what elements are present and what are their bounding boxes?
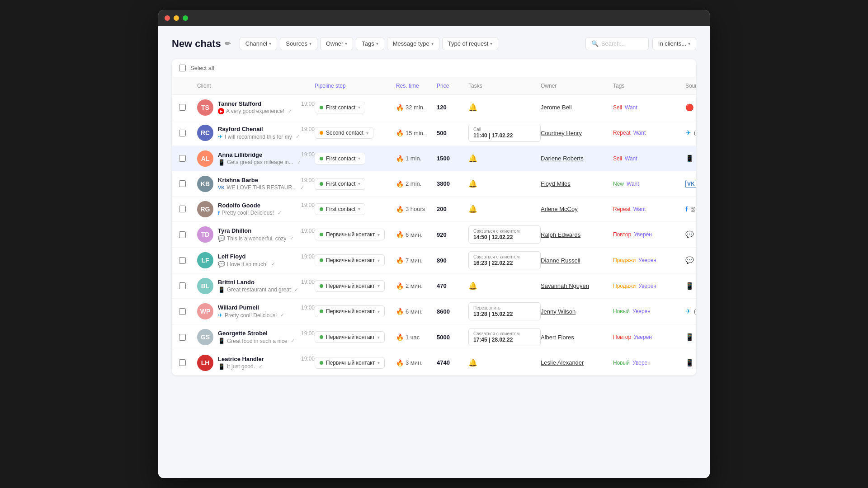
tag-label[interactable]: Повтор: [613, 231, 631, 238]
source-cell: f @ClayPerryM: [685, 205, 696, 213]
tag-label[interactable]: Новый: [613, 308, 630, 314]
client-info: Rayford Chenail 19:00 ✈ I will recommend…: [218, 126, 315, 140]
row-checkbox[interactable]: [179, 130, 186, 136]
tag-label[interactable]: New: [613, 181, 624, 187]
tag-label[interactable]: Want: [627, 181, 639, 187]
row-checkbox[interactable]: [179, 104, 186, 111]
pipeline-button[interactable]: First contact ▾: [315, 203, 365, 215]
task-button[interactable]: Связаться с клиентом 14:50 | 12.02.22: [468, 225, 541, 244]
read-checkmark: ✓: [271, 261, 275, 267]
search-box[interactable]: 🔍 Search...: [585, 37, 649, 50]
avatar: WP: [197, 303, 213, 319]
source-label: @ClayPerryM: [690, 206, 696, 212]
tag-label[interactable]: Уверен: [632, 308, 651, 314]
row-checkbox-cell: [179, 206, 197, 212]
task-button[interactable]: Перезвонить 13:28 | 15.02.22: [468, 302, 541, 320]
pipeline-button[interactable]: Первичный контакт ▾: [315, 331, 385, 343]
filter-channel[interactable]: Channel ▾: [240, 37, 277, 50]
tag-label[interactable]: Повтор: [613, 334, 631, 340]
pipeline-button[interactable]: First contact ▾: [315, 153, 365, 164]
filter-sources[interactable]: Sources ▾: [280, 37, 317, 50]
task-button[interactable]: Связаться с клиентом 17:45 | 28.02.22: [468, 328, 541, 346]
tag-label[interactable]: Уверен: [638, 257, 656, 263]
row-checkbox[interactable]: [179, 359, 186, 366]
table-row: LF Leif Floyd 19:00 💬 I love it so much!…: [172, 248, 696, 273]
tag-label[interactable]: Want: [625, 155, 637, 162]
filter-request-type[interactable]: Type of request ▾: [442, 37, 499, 50]
pipeline-button[interactable]: First contact ▾: [315, 178, 365, 190]
close-dot[interactable]: [165, 15, 170, 21]
content-area: New chats ✏ Channel ▾ Sources ▾ Owner ▾ …: [158, 26, 710, 478]
tag-label[interactable]: Repeat: [613, 206, 631, 212]
expand-dot[interactable]: [183, 15, 188, 21]
task-button[interactable]: Call 11:40 | 17.02.22: [468, 124, 541, 142]
tag-label[interactable]: Уверен: [638, 283, 656, 289]
bell-icon[interactable]: 🔔: [468, 155, 477, 162]
tag-label[interactable]: Уверен: [634, 334, 652, 340]
filter-tags[interactable]: Tags ▾: [356, 37, 384, 50]
pipeline-status-dot: [320, 106, 323, 109]
scope-button[interactable]: In clients... ▾: [652, 37, 696, 50]
tag-label[interactable]: Уверен: [634, 231, 652, 238]
client-info: Anna Lillibridge 19:00 📱 Gets great gas …: [218, 151, 315, 166]
pipeline-button[interactable]: Первичный контакт ▾: [315, 280, 385, 292]
row-checkbox[interactable]: [179, 334, 186, 341]
task-time: 13:28 | 15.02.22: [473, 311, 513, 317]
owner-cell[interactable]: Albert Flores: [541, 334, 613, 341]
tag-label[interactable]: Want: [625, 104, 637, 111]
tag-label[interactable]: Продажи: [613, 283, 636, 289]
bell-icon[interactable]: 🔔: [468, 180, 477, 188]
client-message: 📱 Great food in such a nice ✓: [218, 338, 315, 344]
row-checkbox[interactable]: [179, 180, 186, 187]
filter-message-type[interactable]: Message type ▾: [387, 37, 439, 50]
pipeline-button[interactable]: Первичный контакт ▾: [315, 229, 385, 240]
edit-title-icon[interactable]: ✏: [225, 39, 231, 48]
row-checkbox[interactable]: [179, 155, 186, 162]
owner-cell[interactable]: Jerome Bell: [541, 104, 613, 111]
row-checkbox[interactable]: [179, 231, 186, 238]
select-all-checkbox[interactable]: [179, 65, 186, 71]
price-cell: 920: [437, 231, 468, 238]
owner-cell[interactable]: Leslie Alexander: [541, 359, 613, 366]
pipeline-status-dot: [320, 182, 323, 186]
client-info: Leif Floyd 19:00 💬 I love it so much! ✓: [218, 253, 315, 267]
owner-cell[interactable]: Darlene Roberts: [541, 155, 613, 162]
row-checkbox[interactable]: [179, 282, 186, 289]
tag-label[interactable]: Уверен: [632, 360, 651, 366]
tag-label[interactable]: Продажи: [613, 257, 636, 263]
price-cell: 3800: [437, 180, 468, 187]
source-cell: ✈ (808) 555-0111: [685, 307, 696, 315]
owner-cell[interactable]: Savannah Nguyen: [541, 282, 613, 289]
tag-label[interactable]: Repeat: [613, 130, 631, 136]
filter-owner[interactable]: Owner ▾: [320, 37, 353, 50]
tag-label[interactable]: Sell: [613, 155, 622, 162]
owner-cell[interactable]: Jenny Wilson: [541, 308, 613, 315]
task-time: 17:45 | 28.02.22: [473, 337, 519, 343]
owner-cell[interactable]: Courtney Henry: [541, 130, 613, 136]
owner-cell[interactable]: Ralph Edwards: [541, 231, 613, 238]
pipeline-button[interactable]: Первичный контакт ▾: [315, 357, 385, 369]
minimize-dot[interactable]: [174, 15, 179, 21]
client-info: Brittni Lando 19:00 📱 Great restaurant a…: [218, 279, 315, 293]
owner-cell[interactable]: Dianne Russell: [541, 257, 613, 264]
tag-label[interactable]: Sell: [613, 104, 622, 111]
bell-icon[interactable]: 🔔: [468, 359, 477, 366]
bell-icon[interactable]: 🔔: [468, 205, 477, 213]
task-cell: Связаться с клиентом 16:23 | 22.02.22: [468, 251, 541, 269]
bell-icon[interactable]: 🔔: [468, 103, 477, 111]
row-checkbox[interactable]: [179, 206, 186, 212]
owner-cell[interactable]: Floyd Miles: [541, 180, 613, 187]
pipeline-button[interactable]: Первичный контакт ▾: [315, 305, 385, 317]
owner-cell[interactable]: Arlene McCoy: [541, 206, 613, 212]
pipeline-button[interactable]: Second contact ▾: [315, 127, 373, 139]
tag-label[interactable]: Want: [633, 206, 646, 212]
pipeline-button[interactable]: Первичный контакт ▾: [315, 254, 385, 266]
row-checkbox[interactable]: [179, 308, 186, 315]
tag-label[interactable]: Новый: [613, 360, 630, 366]
task-button[interactable]: Связаться с клиентом 16:23 | 22.02.22: [468, 251, 541, 269]
pipeline-button[interactable]: First contact ▾: [315, 102, 365, 113]
pipeline-label: Second contact: [326, 130, 363, 136]
row-checkbox[interactable]: [179, 257, 186, 264]
bell-icon[interactable]: 🔔: [468, 282, 477, 290]
tag-label[interactable]: Want: [633, 130, 646, 136]
